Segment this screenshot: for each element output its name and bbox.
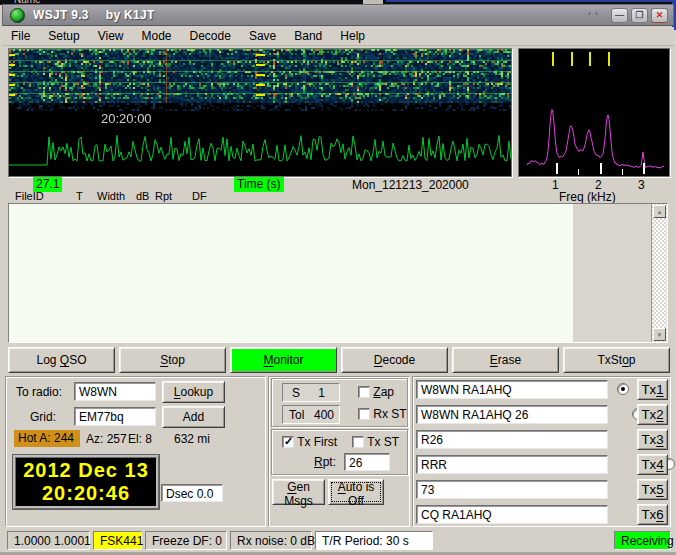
decode-text-area[interactable]: ▲ ▼	[8, 203, 668, 343]
tx4-button[interactable]: Tx4	[637, 454, 668, 475]
scroll-down-button[interactable]: ▼	[653, 328, 666, 341]
status-mode-badge: FSK441	[93, 531, 142, 550]
menu-save[interactable]: Save	[240, 27, 285, 46]
menu-file[interactable]: File	[2, 27, 39, 46]
to-radio-label: To radio:	[16, 385, 62, 399]
background-window-edge	[386, 0, 676, 2]
tx1-radio[interactable]	[617, 383, 629, 395]
clock-time: 20:20:46	[16, 482, 156, 504]
maximize-button[interactable]: ❐	[631, 8, 648, 23]
tx2-button[interactable]: Tx2	[637, 404, 668, 425]
tx3-message-input[interactable]: R26	[416, 430, 608, 449]
status-freq-cal: 1.0000 1.0001	[7, 531, 90, 550]
utc-clock: 2012 Dec 13 20:20:46	[13, 455, 159, 509]
spectrum-axis-label: Freq (kHz)	[559, 190, 616, 204]
tx3-button[interactable]: Tx3	[637, 429, 668, 450]
window-title-author: by K1JT	[106, 8, 155, 22]
waterfall-timestamp: 20:20:00	[101, 111, 152, 126]
gen-msgs-button[interactable]: Gen Msgs	[272, 479, 325, 505]
titlebar-grip	[586, 10, 600, 20]
waterfall-file-id: Mon_121213_202000	[352, 178, 469, 192]
tx1-message-input[interactable]: W8WN RA1AHQ	[416, 380, 608, 399]
tolerance-field[interactable]: Tol400	[282, 405, 340, 424]
dsec-field[interactable]: Dsec 0.0	[161, 484, 223, 502]
decode-button[interactable]: Decode	[341, 347, 448, 373]
status-tr-period: T/R Period: 30 s	[315, 531, 433, 550]
close-button[interactable]: ✕	[651, 8, 668, 23]
grid-input[interactable]: EM77bq	[74, 407, 156, 426]
tx-st-checkbox[interactable]: Tx ST	[352, 435, 399, 449]
elevation-label: El: 8	[128, 432, 152, 446]
clock-date: 2012 Dec 13	[16, 458, 156, 482]
grid-label: Grid:	[30, 410, 56, 424]
log-qso-button[interactable]: Log QSO	[8, 347, 115, 373]
menu-help[interactable]: Help	[331, 27, 374, 46]
waterfall-display[interactable]	[9, 49, 511, 176]
header-fileid: FileID	[15, 190, 44, 202]
azimuth-label: Az: 257	[86, 432, 127, 446]
menu-bar: File Setup View Mode Decode Save Band He…	[2, 27, 674, 46]
rpt-label: Rpt:	[314, 455, 336, 469]
status-receiving-badge: Receiving	[614, 531, 671, 550]
header-rpt: Rpt	[155, 190, 172, 202]
header-width: Width	[97, 190, 125, 202]
tx5-message-input[interactable]: 73	[416, 480, 608, 499]
header-df: DF	[192, 190, 207, 202]
menu-mode[interactable]: Mode	[133, 27, 181, 46]
rx-st-checkbox[interactable]: Rx ST	[358, 407, 407, 421]
sync-group: S1 Zap Tol400 Rx ST	[271, 378, 408, 427]
station-panel: To radio: W8WN Lookup Grid: EM77bq Add H…	[5, 376, 266, 527]
tx5-button[interactable]: Tx5	[637, 479, 668, 500]
status-freeze-df: Freeze DF: 0	[145, 531, 227, 550]
erase-button[interactable]: Erase	[452, 347, 559, 373]
tx-first-checkbox[interactable]: Tx First	[282, 435, 337, 449]
stop-button[interactable]: Stop	[119, 347, 226, 373]
spectrum-tick-1: 1	[552, 178, 559, 192]
txstop-button[interactable]: TxStop	[563, 347, 670, 373]
tx6-button[interactable]: Tx6	[637, 504, 668, 525]
wsjt-window: Name WSJT 9.3 by K1JT — ❐ ✕ File Setup V…	[0, 0, 676, 555]
tx2-message-input[interactable]: W8WN RA1AHQ 26	[416, 405, 608, 424]
status-rx-noise: Rx noise: 0 dB	[230, 531, 312, 550]
waterfall-panel[interactable]: 20:20:00	[8, 48, 512, 177]
lookup-button[interactable]: Lookup	[162, 381, 225, 403]
waterfall-axis-label: Time (s)	[234, 177, 284, 192]
tx6-message-input[interactable]: CQ RA1AHQ	[416, 505, 608, 524]
sync-threshold-field[interactable]: S1	[282, 383, 340, 402]
spectrum-panel[interactable]	[518, 48, 670, 177]
header-t: T	[76, 190, 83, 202]
menu-setup[interactable]: Setup	[39, 27, 88, 46]
add-button[interactable]: Add	[162, 406, 225, 428]
zap-checkbox[interactable]: Zap	[358, 385, 394, 399]
decode-text-gray-region	[573, 204, 651, 342]
menu-view[interactable]: View	[89, 27, 133, 46]
monitor-button[interactable]: Monitor	[230, 347, 337, 373]
decode-scrollbar[interactable]: ▲ ▼	[651, 204, 667, 342]
auto-toggle-button[interactable]: Auto is Off	[328, 479, 384, 505]
hot-a-badge: Hot A: 244	[14, 430, 80, 447]
window-title: WSJT 9.3	[33, 8, 89, 22]
spectrum-display[interactable]	[519, 49, 669, 176]
menu-band[interactable]: Band	[285, 27, 331, 46]
spectrum-tick-3: 3	[638, 178, 645, 192]
to-radio-input[interactable]: W8WN	[74, 382, 156, 401]
distance-label: 632 mi	[174, 432, 210, 446]
header-db: dB	[136, 190, 149, 202]
tx-controls-panel: S1 Zap Tol400 Rx ST Tx First Tx ST Rpt: …	[268, 376, 410, 527]
app-icon	[10, 8, 25, 23]
scroll-up-button[interactable]: ▲	[653, 205, 666, 218]
rpt-input[interactable]: 26	[344, 453, 390, 471]
tx-sequence-group: Tx First Tx ST Rpt: 26	[271, 429, 408, 475]
menu-decode[interactable]: Decode	[181, 27, 240, 46]
tx4-message-input[interactable]: RRR	[416, 455, 608, 474]
minimize-button[interactable]: —	[611, 8, 628, 23]
title-bar[interactable]: WSJT 9.3 by K1JT — ❐ ✕	[2, 4, 674, 26]
tx1-button[interactable]: Tx1	[637, 379, 668, 400]
status-bar: 1.0000 1.0001 FSK441 Freeze DF: 0 Rx noi…	[2, 529, 674, 552]
tx-messages-panel: W8WN RA1AHQ Tx1 W8WN RA1AHQ 26 Tx2 R26 T…	[412, 376, 671, 527]
